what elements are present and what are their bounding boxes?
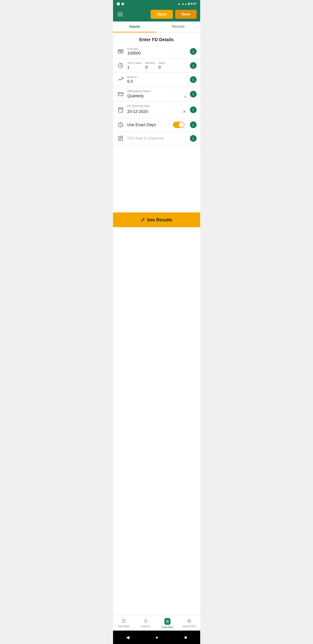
rate-info-button[interactable]: i <box>190 76 197 83</box>
principal-label: Principal <box>127 47 187 50</box>
withdrawal-label: Withdrawal Option <box>127 90 187 93</box>
exact-days-info-button[interactable]: i <box>190 122 197 128</box>
rate-row: Rate % 6.0 i <box>113 73 200 87</box>
exact-days-content: Use Exact Days <box>127 122 170 127</box>
tds-info-button[interactable]: i <box>190 135 197 142</box>
status-bar: ⬤ ▣ ▲ ▲▲ ▮ 8:47 <box>113 0 200 7</box>
date-row: FD Opening Date 20-12-2020 ✕ i <box>113 102 200 118</box>
principal-content: Principal 100000 <box>127 47 187 56</box>
term-years-group: Term Years 1 <box>127 61 142 70</box>
menu-line-1 <box>117 12 123 13</box>
months-value[interactable]: 0 <box>145 65 155 70</box>
section-title: Enter FD Details <box>113 33 200 44</box>
months-label: Months <box>145 61 155 64</box>
top-rates-label: Top Rates <box>118 625 130 628</box>
withdrawal-info-button[interactable]: i <box>190 91 197 98</box>
svg-point-1 <box>120 51 121 52</box>
withdrawal-content: Withdrawal Option Quarterly ⌄ <box>127 90 187 98</box>
date-value[interactable]: 20-12-2020 <box>127 109 182 114</box>
principal-info-button[interactable]: i <box>190 48 197 55</box>
principal-value[interactable]: 100000 <box>127 51 187 56</box>
exact-days-label: Use Exact Days <box>127 122 170 127</box>
exact-days-toggle[interactable] <box>173 122 185 128</box>
nav-top-rates[interactable]: ☰ Top Rates <box>113 617 135 630</box>
toggle-knob <box>179 122 184 128</box>
see-results-label: See Results <box>147 217 172 222</box>
svg-rect-0 <box>118 50 123 53</box>
signal-icon: ▲▲ <box>182 2 187 5</box>
open-button[interactable]: Open <box>151 10 173 19</box>
term-fields: Term Years 1 Months 0 Days 0 <box>127 61 187 70</box>
svg-rect-6 <box>118 108 123 112</box>
rate-icon <box>117 76 125 84</box>
principal-icon <box>117 48 125 56</box>
explore-icon: ⊙ <box>144 618 148 624</box>
back-button[interactable]: ◀ <box>122 633 134 641</box>
wifi-icon: ⬤ <box>117 2 120 5</box>
battery-icon: ▮ <box>188 2 190 5</box>
header-actions: Open Save <box>151 10 196 19</box>
status-icons-left: ⬤ ▣ <box>117 2 124 5</box>
see-results-button[interactable]: ⤢ See Results <box>113 212 200 227</box>
term-months-group: Months 0 <box>145 61 155 70</box>
nav-explore[interactable]: ⊙ Explore <box>135 617 157 630</box>
menu-line-3 <box>117 16 123 16</box>
menu-line-2 <box>117 14 123 14</box>
saved-fds-icon: ⧉ <box>187 618 191 624</box>
status-icons-right: ▲ ▲▲ ▮ 8:47 <box>178 2 197 5</box>
svg-rect-4 <box>118 92 123 96</box>
rate-label: Rate % <box>127 75 187 79</box>
tds-row: TDS Rate % (Optional) i <box>113 132 200 145</box>
term-years-value[interactable]: 1 <box>127 65 142 70</box>
withdrawal-row: Withdrawal Option Quarterly ⌄ i <box>113 87 200 102</box>
exact-days-row: Use Exact Days i <box>113 118 200 132</box>
rate-content: Rate % 6.0 <box>127 75 187 84</box>
system-navigation: ◀ ● ■ <box>113 630 200 644</box>
date-label: FD Opening Date <box>127 104 187 108</box>
term-row: Term Years 1 Months 0 Days 0 i <box>113 58 200 73</box>
withdrawal-icon <box>117 90 125 98</box>
nav-saved-fds[interactable]: ⧉ Saved FD's <box>178 617 200 630</box>
days-label: Days <box>158 61 165 64</box>
content-spacer <box>113 145 200 208</box>
bottom-navigation: ☰ Top Rates ⊙ Explore ⊞ Calculator ⧉ Sav… <box>113 615 200 630</box>
term-icon <box>117 62 125 70</box>
explore-label: Explore <box>141 625 150 628</box>
tds-icon <box>117 134 125 142</box>
menu-button[interactable] <box>117 12 124 17</box>
calculator-label: Calculator <box>161 626 173 629</box>
recent-button[interactable]: ■ <box>180 634 191 641</box>
time-display: 8:47 <box>191 2 196 5</box>
term-info-button[interactable]: i <box>190 62 197 69</box>
wifi-status-icon: ▲ <box>178 2 181 5</box>
date-content: FD Opening Date 20-12-2020 ✕ <box>127 104 187 115</box>
home-button[interactable]: ● <box>151 634 163 641</box>
save-button[interactable]: Save <box>175 10 197 19</box>
exact-days-toggle-container <box>173 122 185 128</box>
rate-value[interactable]: 6.0 <box>127 79 187 84</box>
date-value-row: 20-12-2020 ✕ <box>127 108 187 115</box>
tab-bar: Inputs Results <box>113 22 200 33</box>
date-clear-button[interactable]: ✕ <box>182 108 187 115</box>
principal-row: Principal 100000 i <box>113 44 200 58</box>
withdrawal-chevron-icon: ⌄ <box>183 93 187 98</box>
see-results-icon: ⤢ <box>141 217 145 223</box>
tds-placeholder[interactable]: TDS Rate % (Optional) <box>127 136 187 140</box>
notification-icon: ▣ <box>121 2 124 5</box>
date-icon <box>117 106 125 114</box>
days-value[interactable]: 0 <box>158 65 165 70</box>
term-days-group: Days 0 <box>158 61 165 70</box>
tab-inputs[interactable]: Inputs <box>113 22 157 32</box>
top-rates-icon: ☰ <box>122 618 126 624</box>
saved-fds-label: Saved FD's <box>182 625 196 628</box>
tds-content: TDS Rate % (Optional) <box>127 136 187 140</box>
tab-results[interactable]: Results <box>157 22 200 32</box>
main-content: Enter FD Details Principal 100000 i <box>113 33 200 615</box>
withdrawal-value[interactable]: Quarterly <box>127 94 183 98</box>
exact-days-icon <box>117 121 125 129</box>
date-info-button[interactable]: i <box>190 106 197 113</box>
withdrawal-dropdown-row: Quarterly ⌄ <box>127 93 187 98</box>
nav-calculator[interactable]: ⊞ Calculator <box>157 617 179 630</box>
app-header: Open Save <box>113 7 200 22</box>
term-content: Term Years 1 Months 0 Days 0 <box>127 61 187 70</box>
